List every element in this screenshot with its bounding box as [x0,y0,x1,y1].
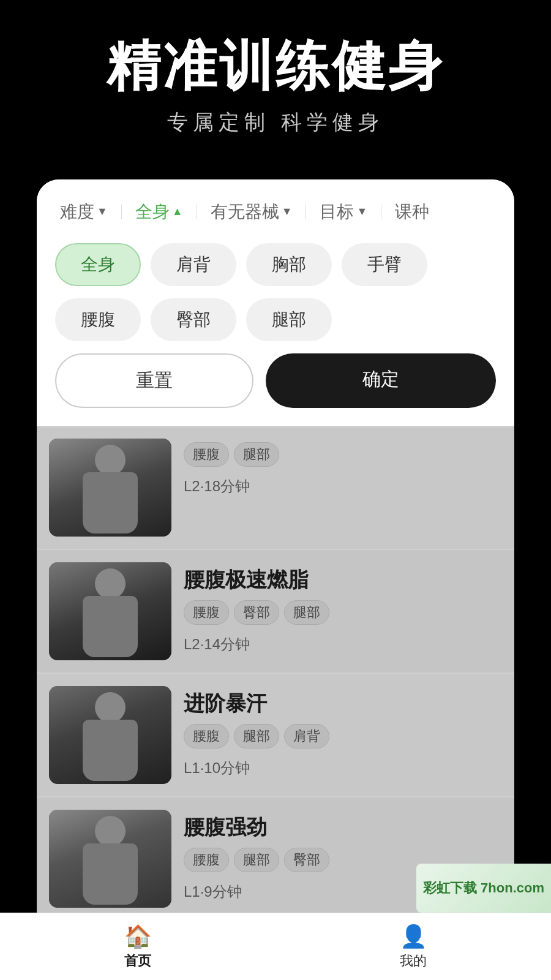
workout-thumbnail-4 [49,810,171,908]
phone-card: 难度 ▼ 全身 ▲ 有无器械 ▼ 目标 ▼ 课种 [37,179,514,921]
watermark-text: 彩虹下载 7hon.com [423,879,544,897]
filter-panel: 难度 ▼ 全身 ▲ 有无器械 ▼ 目标 ▼ 课种 [37,179,514,426]
home-icon: 🏠 [124,924,152,949]
tag-tuibu-3: 腿部 [234,724,279,748]
nav-item-home[interactable]: 🏠 首页 [0,924,276,970]
tag-tuibu-1: 腿部 [234,442,279,467]
tag-yaofu-2: 腰腹 [184,600,229,625]
chevron-down-icon-3: ▼ [356,205,367,218]
tag-yaofu[interactable]: 腰腹 [55,298,141,341]
filter-tab-equipment-label: 有无器械 [211,200,279,224]
tag-yaofu-4: 腰腹 [184,848,229,872]
filter-tab-body-label: 全身 [135,200,170,224]
action-buttons: 重置 确定 [55,353,496,414]
workout-image-3 [49,686,171,784]
workout-tags-2: 腰腹 臀部 腿部 [184,600,502,625]
workout-tags-3: 腰腹 腿部 肩背 [184,724,502,748]
workout-image-1 [49,439,171,537]
workout-info-3: 进阶暴汗 腰腹 腿部 肩背 L1·10分钟 [184,686,502,784]
tab-divider-4 [381,205,381,219]
workout-thumbnail-3 [49,686,171,784]
profile-icon: 👤 [400,924,427,949]
tag-jianbei[interactable]: 肩背 [151,243,236,286]
workout-tags-top-1: 腰腹 腿部 [184,442,502,467]
tag-yaofu-3: 腰腹 [184,724,229,748]
chevron-down-icon-2: ▼ [282,205,293,218]
tab-divider-1 [121,205,122,219]
tag-tunbu-4: 臀部 [284,848,329,872]
tab-divider-3 [305,205,306,219]
workout-image-2 [49,562,171,660]
workout-thumbnail-2 [49,562,171,660]
nav-label-profile: 我的 [400,952,427,970]
workout-item-1[interactable]: 腰腹 腿部 L2·18分钟 [37,426,514,549]
nav-label-home: 首页 [124,952,151,970]
workout-info-1: 腰腹 腿部 L2·18分钟 [184,439,502,537]
filter-tab-difficulty[interactable]: 难度 ▼ [55,198,113,226]
tag-group-2: 腰腹 臀部 腿部 [55,298,496,341]
reset-button[interactable]: 重置 [55,353,253,408]
tag-shouwan[interactable]: 手臂 [342,243,427,286]
workout-meta-2: L2·14分钟 [184,635,502,654]
workout-thumbnail-1 [49,439,171,537]
filter-tabs-row: 难度 ▼ 全身 ▲ 有无器械 ▼ 目标 ▼ 课种 [55,198,496,226]
workout-meta-1: L2·18分钟 [184,477,502,496]
tag-tuibu-4: 腿部 [234,848,279,872]
workout-item-2[interactable]: 腰腹极速燃脂 腰腹 臀部 腿部 L2·14分钟 [37,550,514,673]
workout-name-2: 腰腹极速燃脂 [184,566,502,594]
watermark: 彩虹下载 7hon.com [416,864,551,913]
tag-group-1: 全身 肩背 胸部 手臂 [55,243,496,286]
chevron-down-icon: ▼ [97,205,108,218]
workout-name-3: 进阶暴汗 [184,690,502,718]
workout-info-2: 腰腹极速燃脂 腰腹 臀部 腿部 L2·14分钟 [184,562,502,660]
nav-item-profile[interactable]: 👤 我的 [276,924,551,970]
tag-xiongbu[interactable]: 胸部 [246,243,332,286]
tag-jianbei-3: 肩背 [284,724,329,748]
hero-subtitle: 专属定制 科学健身 [24,108,527,137]
bottom-nav: 🏠 首页 👤 我的 [0,913,551,980]
chevron-up-icon: ▲ [172,205,183,218]
workout-item-3[interactable]: 进阶暴汗 腰腹 腿部 肩背 L1·10分钟 [37,674,514,796]
tag-tunbu[interactable]: 臀部 [151,298,236,341]
workout-name-4: 腰腹强劲 [184,813,502,842]
filter-tab-difficulty-label: 难度 [60,200,94,224]
tag-tuibu[interactable]: 腿部 [246,298,332,341]
workout-list: 腰腹 腿部 L2·18分钟 腰腹极速燃脂 腰腹 臀部 腿部 L2·14分钟 [37,426,514,920]
tab-divider-2 [197,205,197,219]
workout-image-4 [49,810,171,908]
filter-tab-course[interactable]: 课种 [390,198,434,226]
tag-tunbu-2: 臀部 [234,600,279,625]
filter-tab-goal[interactable]: 目标 ▼ [315,198,372,226]
tag-yaofu-1: 腰腹 [184,442,229,467]
filter-tab-goal-label: 目标 [320,200,354,224]
hero-section: 精准训练健身 专属定制 科学健身 [0,0,551,179]
confirm-button[interactable]: 确定 [266,353,496,408]
filter-tab-equipment[interactable]: 有无器械 ▼ [206,198,298,226]
tag-quanshen[interactable]: 全身 [55,243,141,286]
workout-meta-3: L1·10分钟 [184,758,502,778]
filter-tab-body[interactable]: 全身 ▲ [130,198,188,226]
tag-tuibu-2: 腿部 [284,600,329,625]
hero-title: 精准训练健身 [24,37,527,96]
filter-tab-course-label: 课种 [395,200,429,224]
